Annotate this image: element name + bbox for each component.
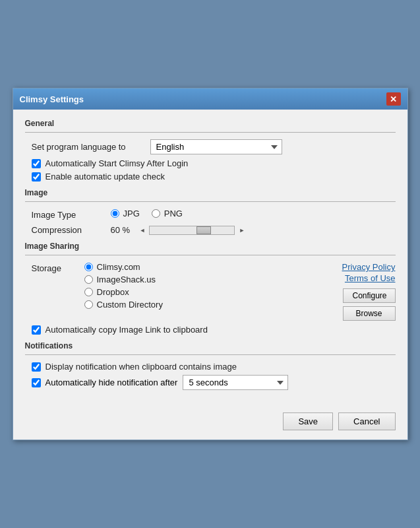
imageshack-radio[interactable]	[84, 275, 93, 284]
custom-label[interactable]: Custom Directory	[97, 300, 163, 310]
image-type-label: Image Type	[32, 210, 111, 220]
image-section-content: Image Type JPG PNG Compression	[25, 209, 396, 235]
auto-hide-dropdown[interactable]: 5 seconds 3 seconds 10 seconds 30 second…	[183, 375, 288, 390]
notifications-header: Notifications	[25, 341, 396, 350]
language-label: Set program language to	[32, 142, 150, 152]
close-button[interactable]: ✕	[386, 92, 401, 106]
auto-hide-label[interactable]: Automatically hide notification after	[45, 378, 178, 387]
title-bar: Climsy Settings ✕	[13, 88, 407, 110]
auto-copy-row: Automatically copy Image Link to clipboa…	[32, 325, 396, 335]
auto-update-checkbox[interactable]	[32, 172, 41, 182]
dialog-body: General Set program language to English …	[13, 110, 407, 406]
dropbox-label[interactable]: Dropbox	[97, 287, 129, 297]
dropbox-radio[interactable]	[84, 288, 93, 296]
jpg-radio[interactable]	[111, 209, 119, 218]
browse-button[interactable]: Browse	[343, 306, 396, 321]
image-type-row: Image Type JPG PNG	[32, 209, 396, 221]
auto-update-row: Enable automatic update check	[32, 172, 396, 182]
storage-custom-row: Custom Directory	[84, 300, 323, 310]
storage-dropbox-row: Dropbox	[84, 287, 323, 297]
slider-track[interactable]	[149, 226, 235, 235]
general-section: General Set program language to English …	[25, 119, 396, 182]
storage-label: Storage	[32, 262, 84, 273]
auto-start-row: Automatically Start Climsy After Login	[32, 158, 396, 168]
image-section-header: Image	[25, 188, 396, 197]
auto-hide-checkbox[interactable]	[32, 378, 41, 387]
auto-hide-row: Automatically hide notification after 5 …	[32, 375, 396, 390]
slider-container: ◄ ►	[138, 226, 247, 235]
clipboard-notify-label[interactable]: Display notification when clipboard cont…	[45, 362, 237, 372]
jpg-radio-row: JPG	[111, 209, 140, 218]
configure-button[interactable]: Configure	[343, 288, 396, 303]
storage-climsy-row: Climsy.com	[84, 262, 323, 272]
clipboard-notify-checkbox[interactable]	[32, 362, 41, 372]
auto-copy-label[interactable]: Automatically copy Image Link to clipboa…	[45, 325, 208, 335]
privacy-policy-link[interactable]: Privacy Policy	[342, 262, 396, 272]
settings-dialog: Climsy Settings ✕ General Set program la…	[13, 88, 408, 440]
cancel-button[interactable]: Cancel	[338, 412, 395, 430]
language-dropdown[interactable]: English German French Spanish	[150, 139, 282, 154]
notifications-section: Notifications Display notification when …	[25, 341, 396, 390]
general-section-header: General	[25, 119, 396, 128]
auto-start-label[interactable]: Automatically Start Climsy After Login	[45, 158, 189, 168]
compression-label: Compression	[32, 225, 111, 235]
png-radio[interactable]	[152, 209, 160, 218]
terms-of-use-link[interactable]: Terms of Use	[345, 273, 396, 283]
image-type-options: JPG PNG	[111, 209, 183, 221]
image-sharing-section: Image Sharing Storage Climsy.com ImageSh…	[25, 242, 396, 335]
custom-radio[interactable]	[84, 300, 93, 309]
notifications-content: Display notification when clipboard cont…	[25, 362, 396, 390]
storage-imageshack-row: ImageShack.us	[84, 275, 323, 284]
image-sharing-header: Image Sharing	[25, 242, 396, 251]
auto-update-label[interactable]: Enable automatic update check	[45, 172, 165, 182]
image-section: Image Image Type JPG PNG	[25, 188, 396, 235]
footer: Save Cancel	[13, 406, 407, 440]
clipboard-notify-row: Display notification when clipboard cont…	[32, 362, 396, 372]
compression-row: Compression 60 % ◄ ►	[32, 225, 396, 235]
general-section-content: Set program language to English German F…	[25, 139, 396, 182]
image-sharing-content: Storage Climsy.com ImageShack.us Drop	[25, 262, 396, 335]
png-label[interactable]: PNG	[164, 209, 183, 218]
png-radio-row: PNG	[152, 209, 183, 218]
auto-start-checkbox[interactable]	[32, 159, 41, 168]
save-button[interactable]: Save	[283, 412, 333, 430]
language-row: Set program language to English German F…	[32, 139, 396, 154]
slider-thumb[interactable]	[196, 226, 211, 234]
imageshack-label[interactable]: ImageShack.us	[97, 275, 156, 284]
storage-options: Climsy.com ImageShack.us Dropbox Cu	[84, 262, 323, 312]
climsy-radio[interactable]	[84, 263, 93, 271]
compression-value: 60 %	[111, 225, 138, 235]
storage-buttons: Configure Browse	[343, 288, 396, 321]
dialog-title: Climsy Settings	[20, 94, 84, 104]
auto-copy-checkbox[interactable]	[32, 325, 41, 335]
slider-right-arrow[interactable]: ►	[237, 226, 246, 235]
storage-right-panel: Privacy Policy Terms of Use Configure Br…	[323, 262, 396, 321]
jpg-label[interactable]: JPG	[123, 209, 140, 218]
slider-left-arrow[interactable]: ◄	[138, 226, 147, 235]
climsy-label[interactable]: Climsy.com	[97, 262, 140, 272]
